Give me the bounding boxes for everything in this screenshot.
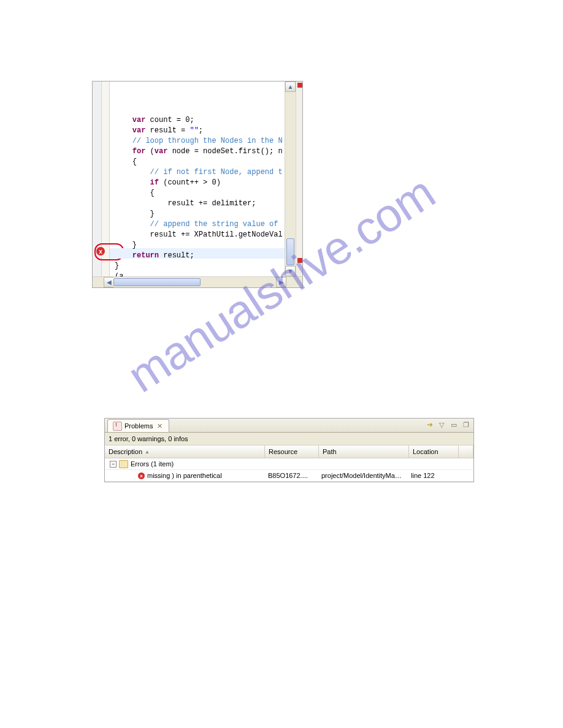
table-row[interactable]: x missing ) in parenthetical B85O1672...… [105, 470, 473, 482]
code-line: { [110, 188, 285, 199]
error-group-icon [119, 460, 128, 468]
code-line: } [110, 240, 285, 251]
horizontal-scroll-track[interactable] [113, 277, 292, 287]
error-resource: B85O1672.... [264, 472, 318, 479]
code-line: } [110, 209, 285, 219]
group-label: Errors (1 item) [131, 460, 174, 468]
code-line: return result; [110, 251, 285, 261]
code-line: var count = 0; [110, 115, 285, 126]
problems-icon [113, 422, 122, 431]
tab-problems[interactable]: Problems ✕ [107, 419, 169, 432]
tab-bar: Problems ✕ ➜ ▽ ▭ ❐ [105, 419, 473, 433]
scroll-down-button[interactable]: ▼ [285, 266, 296, 276]
column-resource[interactable]: Resource [265, 446, 319, 458]
code-line: result += XPathUtil.getNodeVal [110, 230, 285, 240]
code-line: (a [110, 271, 285, 276]
horizontal-scroll-thumb[interactable] [113, 278, 201, 286]
table-header: Description ▲ Resource Path Location [105, 446, 473, 458]
code-line: } [110, 261, 285, 271]
editor-body: x var count = 0; var result = ""; // loo… [93, 82, 302, 276]
code-line: for (var node = nodeSet.first(); n [110, 146, 285, 157]
minimize-icon[interactable]: ▭ [449, 420, 459, 430]
code-line: // loop through the Nodes in the N [110, 136, 285, 146]
problems-status: 1 error, 0 warnings, 0 infos [105, 433, 473, 446]
horizontal-scrollbar[interactable]: ◀ ▶ [93, 276, 302, 287]
code-line: result += delimiter; [110, 199, 285, 209]
code-area[interactable]: var count = 0; var result = ""; // loop … [110, 82, 285, 276]
vertical-scroll-thumb[interactable] [286, 238, 294, 265]
scroll-left-button[interactable]: ◀ [104, 277, 114, 287]
code-line: // append the string value of [110, 219, 285, 230]
overview-error-marker-icon [297, 258, 302, 263]
overview-error-top-icon [297, 83, 302, 88]
column-description[interactable]: Description ▲ [105, 446, 265, 458]
code-line: if (count++ > 0) [110, 178, 285, 188]
code-line: // if not first Node, append t [110, 167, 285, 178]
column-spacer [459, 446, 473, 458]
problems-table: Description ▲ Resource Path Location − E… [105, 446, 473, 482]
error-icon: x [138, 472, 145, 479]
error-location: line 122 [407, 472, 456, 479]
tree-collapse-icon[interactable]: − [110, 461, 117, 468]
marker-gutter: x [102, 82, 110, 276]
overview-ruler [296, 82, 302, 276]
column-label: Description [109, 448, 142, 455]
sort-asc-icon: ▲ [145, 449, 150, 455]
table-group-row[interactable]: − Errors (1 item) [105, 458, 473, 470]
view-menu-icon[interactable]: ▽ [437, 420, 446, 430]
problems-view: Problems ✕ ➜ ▽ ▭ ❐ 1 error, 0 warnings, … [104, 418, 474, 482]
column-path[interactable]: Path [319, 446, 409, 458]
tab-label: Problems [124, 422, 153, 430]
error-description: missing ) in parenthetical [147, 472, 222, 479]
scroll-right-button[interactable]: ▶ [276, 277, 286, 287]
code-line: var result = ""; [110, 126, 285, 136]
scroll-up-button[interactable]: ▲ [285, 82, 296, 92]
code-line: { [110, 157, 285, 167]
vertical-scrollbar[interactable]: ▲ ▼ [285, 82, 296, 276]
maximize-icon[interactable]: ❐ [461, 420, 471, 430]
close-icon[interactable]: ✕ [155, 422, 164, 430]
filter-icon[interactable]: ➜ [425, 420, 434, 430]
error-path: project/Model/IdentityMan... [318, 472, 407, 479]
view-toolbar: ➜ ▽ ▭ ❐ [425, 420, 471, 430]
code-editor: x var count = 0; var result = ""; // loo… [92, 81, 303, 288]
column-location[interactable]: Location [409, 446, 459, 458]
